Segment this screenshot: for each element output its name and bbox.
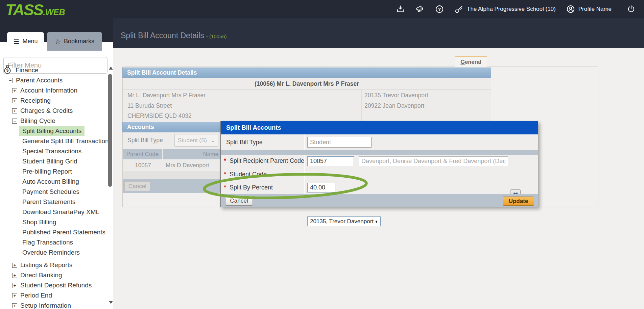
expand-plus-icon[interactable]: + <box>12 108 17 113</box>
collapse-minus-icon[interactable]: − <box>12 119 17 124</box>
split-bill-type-field[interactable] <box>307 137 372 148</box>
required-icon: * <box>224 171 226 178</box>
sidebar-item-label: Shop Billing <box>19 217 59 227</box>
tab-general[interactable]: General <box>455 56 487 67</box>
expand-plus-icon[interactable]: + <box>12 283 17 288</box>
logo-suffix: .WEB <box>43 7 65 17</box>
sidebar-item-period-end[interactable]: +Period End <box>0 290 107 301</box>
sidebar: $Finance−Parent Accounts+Account Informa… <box>0 42 113 309</box>
split-bill-type-select-disabled[interactable]: Student (S) ⌄ <box>174 134 218 147</box>
sidebar-item-student-deposit-refunds[interactable]: +Student Deposit Refunds <box>0 280 107 290</box>
sidebar-item-pre-billing-report[interactable]: Pre-billing Report <box>0 166 107 177</box>
parent-name-display-field <box>359 156 508 166</box>
sidebar-item-label: Direct Banking <box>17 271 65 280</box>
profile-icon <box>566 4 575 14</box>
address-line: 11 Buruda Street <box>127 102 172 109</box>
key-icon <box>454 4 464 14</box>
sidebar-item-parent-statements[interactable]: Parent Statements <box>0 197 107 207</box>
logo-text: TASS <box>5 1 43 19</box>
expand-plus-icon[interactable]: + <box>12 293 17 298</box>
tab-menu[interactable]: ☰ Menu <box>7 32 44 51</box>
sidebar-item-label: Split Billing Accounts <box>19 126 85 136</box>
sidebar-item-billing-cycle[interactable]: −Billing Cycle <box>0 116 107 126</box>
accounts-cancel-button-disabled[interactable]: Cancel <box>124 181 150 191</box>
student-code-select[interactable]: 20135, Trevor Davenport ▼ <box>307 216 381 226</box>
star-icon: ☆ <box>55 38 61 45</box>
sidebar-item-label: Setup Information <box>17 301 74 309</box>
tab-bookmarks-label: Bookmarks <box>64 38 94 45</box>
sidebar-item-parent-accounts[interactable]: −Parent Accounts <box>0 75 107 85</box>
sidebar-item-student-billing-grid[interactable]: Student Billing Grid <box>0 156 107 166</box>
collapse-minus-icon[interactable]: − <box>8 78 13 83</box>
column-divider <box>361 90 362 122</box>
row-split-recipient: * Split Recipient Parent Code <box>221 155 538 168</box>
sidebar-item-label: Billing Cycle <box>17 116 58 126</box>
sidebar-item-label: Special Transactions <box>19 147 85 156</box>
required-icon: * <box>224 184 226 191</box>
sidebar-item-split-billing-accounts[interactable]: Split Billing Accounts <box>0 126 107 136</box>
tass-web-logo: TASS.WEB <box>5 2 65 18</box>
sidebar-item-label: Account Information <box>17 86 80 95</box>
expand-plus-icon[interactable]: + <box>12 273 17 278</box>
school-selector[interactable]: The Alpha Progressive School (10) <box>454 4 556 14</box>
sidebar-item-label: Auto Account Billing <box>19 177 82 186</box>
sidebar-item-label: Listings & Reports <box>17 260 75 270</box>
sidebar-item-label: Payment Schedules <box>19 187 82 197</box>
sidebar-item-direct-banking[interactable]: +Direct Banking <box>0 270 107 280</box>
download-button[interactable] <box>396 5 405 14</box>
page-title-code: - (10056) <box>206 33 227 39</box>
sidebar-item-account-information[interactable]: +Account Information <box>0 85 107 96</box>
sidebar-item-label: Student Deposit Refunds <box>17 281 95 290</box>
sidebar-item-label: Generate Split Bill Transactions <box>19 136 115 146</box>
sidebar-item-shop-billing[interactable]: Shop Billing <box>0 217 107 227</box>
profile-menu[interactable]: Profile Name <box>566 4 612 14</box>
expand-plus-icon[interactable]: + <box>12 98 17 103</box>
topbar-actions: ? The Alpha Progressive School (10) Prof… <box>396 0 644 18</box>
sidebar-item-overdue-reminders[interactable]: Overdue Reminders <box>0 248 107 258</box>
sidebar-item-finance[interactable]: $Finance <box>0 65 107 75</box>
sidebar-item-download-smartapay-xml[interactable]: Download SmartaPay XML <box>0 207 107 217</box>
split-recipient-parent-code-input[interactable] <box>307 156 354 166</box>
row-split-bill-type: Split Bill Type <box>221 134 538 150</box>
student-line: 20922 Jean Davenport <box>364 102 424 109</box>
sidebar-item-setup-information[interactable]: +Setup Information <box>0 301 107 309</box>
sidebar-item-published-parent-statements[interactable]: Published Parent Statements <box>0 227 107 237</box>
update-button[interactable]: Update <box>503 197 534 206</box>
tab-bookmarks[interactable]: ☆ Bookmarks <box>47 32 102 51</box>
sidebar-item-special-transactions[interactable]: Special Transactions <box>0 146 107 156</box>
scrollbar-thumb[interactable] <box>108 74 112 187</box>
scroll-down-arrow-icon[interactable] <box>109 301 113 304</box>
sidebar-item-receipting[interactable]: +Receipting <box>0 96 107 106</box>
sidebar-item-charges-credits[interactable]: +Charges & Credits <box>0 106 107 116</box>
help-icon: ? <box>435 4 444 14</box>
page-title: Split Bill Account Details- (10056) <box>121 31 227 40</box>
expand-plus-icon[interactable]: + <box>12 88 17 93</box>
sidebar-item-auto-account-billing[interactable]: Auto Account Billing <box>0 177 107 187</box>
dialog-cancel-button[interactable]: Cancel <box>225 196 253 206</box>
account-summary: Mr L. Davenport Mrs P Fraser 11 Buruda S… <box>123 90 491 122</box>
announcements-button[interactable] <box>415 4 425 14</box>
split-bill-type-value: Student (S) <box>178 137 207 144</box>
dialog-footer: Cancel Update <box>221 194 538 207</box>
sidebar-item-label: Overdue Reminders <box>19 248 83 257</box>
sidebar-item-flag-transactions[interactable]: Flag Transactions <box>0 237 107 248</box>
logout-button[interactable] <box>626 4 636 14</box>
sidebar-item-label: Charges & Credits <box>17 106 76 115</box>
sidebar-item-label: Receipting <box>17 96 54 105</box>
sidebar-item-generate-split-bill-transactions[interactable]: Generate Split Bill Transactions <box>0 136 107 146</box>
help-button[interactable]: ? <box>435 4 444 14</box>
menu-tree: $Finance−Parent Accounts+Account Informa… <box>0 65 107 309</box>
sidebar-item-label: Flag Transactions <box>19 238 76 247</box>
sidebar-item-listings-reports[interactable]: +Listings & Reports <box>0 260 107 270</box>
megaphone-icon <box>415 4 425 14</box>
student-line: 20135 Trevor Davenport <box>364 92 428 99</box>
expand-plus-icon[interactable]: + <box>12 303 17 308</box>
scroll-up-arrow-icon[interactable] <box>109 67 113 70</box>
sidebar-item-payment-schedules[interactable]: Payment Schedules <box>0 187 107 197</box>
sidebar-item-label: Finance <box>13 66 42 75</box>
split-by-percent-input[interactable] <box>307 183 335 192</box>
sidebar-item-label: Period End <box>17 291 55 300</box>
sidebar-item-label: Published Parent Statements <box>19 228 109 237</box>
student-code-value: 20135, Trevor Davenport <box>310 218 374 225</box>
expand-plus-icon[interactable]: + <box>12 263 17 268</box>
